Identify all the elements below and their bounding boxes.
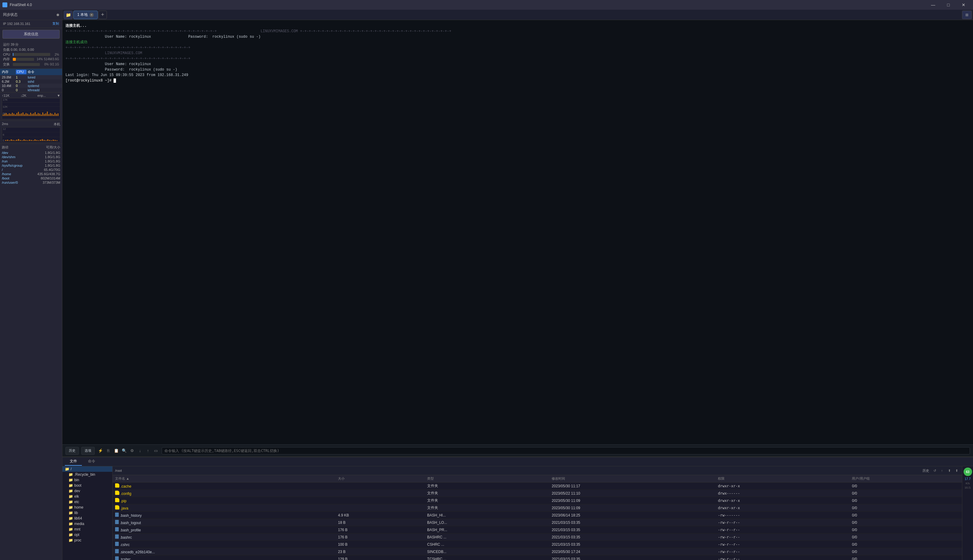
parent-dir-icon[interactable]: ↑ bbox=[939, 468, 945, 473]
col-name[interactable]: 文件名 ▲ bbox=[113, 475, 336, 482]
tree-item-mnt[interactable]: 📁 mnt bbox=[66, 527, 112, 532]
proc-cpu-3: 0 bbox=[16, 88, 27, 92]
svg-rect-21 bbox=[28, 114, 30, 116]
mem-stat-row: 内存 14% 514M/3.6G bbox=[3, 57, 59, 62]
tab-folder-button[interactable]: 📁 bbox=[64, 11, 73, 19]
file-row-cshrc[interactable]: .cshrc 100 B CSHRC ... 2021/03/15 03:35 … bbox=[113, 541, 962, 548]
connection-quality-value: 63 bbox=[966, 470, 970, 473]
tree-item-dev[interactable]: 📁 dev bbox=[66, 488, 112, 494]
history-button[interactable]: 历史 bbox=[65, 447, 79, 455]
net-iface-dropdown[interactable]: ▼ bbox=[57, 94, 60, 97]
col-size[interactable]: 大小 bbox=[336, 475, 425, 482]
cpu-pct: 2% bbox=[52, 53, 59, 56]
proc-header-mem[interactable]: 内存 bbox=[2, 70, 15, 74]
proc-row-1: 6.2M 0.3 sshd bbox=[0, 79, 62, 83]
refresh-icon[interactable]: ↺ bbox=[931, 468, 938, 473]
download-icon[interactable]: ↓ bbox=[137, 447, 144, 454]
svg-rect-28 bbox=[39, 114, 40, 116]
options-button[interactable]: 选项 bbox=[81, 447, 95, 455]
tree-item-elk[interactable]: 📁 elk bbox=[66, 494, 112, 499]
tab-commands[interactable]: 命令 bbox=[83, 457, 100, 466]
file-icon-pip bbox=[115, 498, 119, 502]
file-list-history[interactable]: 历史 bbox=[923, 468, 929, 473]
terminal[interactable]: 连接主机... +-+-+-+-+-+-+-+-+-+-+-+-+-+-+-+-… bbox=[62, 20, 973, 444]
svg-rect-69 bbox=[53, 140, 54, 141]
file-row-bash-logout[interactable]: .bash_logout 18 B BASH_LO... 2021/03/15 … bbox=[113, 519, 962, 526]
tab-local[interactable]: 1 本地 ✕ bbox=[74, 11, 98, 19]
svg-rect-40 bbox=[57, 113, 59, 116]
proc-header-cpu[interactable]: CPU bbox=[16, 70, 27, 74]
app-icon bbox=[2, 2, 7, 7]
file-row-bash-profile[interactable]: .bash_profile 176 B BASH_PR... 2021/03/1… bbox=[113, 526, 962, 533]
network-chart-svg bbox=[2, 98, 60, 119]
settings-icon[interactable]: ⚙ bbox=[129, 447, 135, 454]
folder-icon-proc: 📁 bbox=[69, 538, 73, 542]
tree-item-bin[interactable]: 📁 bin bbox=[66, 477, 112, 483]
proc-mem-0: 29.8M bbox=[2, 75, 15, 79]
titlebar-controls: — □ ✕ bbox=[926, 0, 971, 10]
upload-icon[interactable]: ↑ bbox=[145, 447, 151, 454]
tree-item-lib64[interactable]: 📁 lib64 bbox=[66, 516, 112, 521]
tab-add-button[interactable]: + bbox=[98, 11, 107, 19]
folder-icon-boot: 📁 bbox=[69, 483, 73, 488]
tree-label-root: / bbox=[71, 467, 72, 471]
svg-rect-17 bbox=[23, 113, 23, 116]
close-button[interactable]: ✕ bbox=[956, 0, 971, 10]
file-row-tcshrc[interactable]: .tcshrc 129 B TCSHRC ... 2021/03/15 03:3… bbox=[113, 555, 962, 560]
file-row-pip[interactable]: .pip 文件夹 2023/05/30 11:09 drwxr-xr-x 0/0 bbox=[113, 497, 962, 504]
tree-item-boot[interactable]: 📁 boot bbox=[66, 483, 112, 488]
svg-rect-55 bbox=[27, 140, 28, 141]
folder-icon-lib: 📁 bbox=[69, 511, 73, 515]
tree-item-home[interactable]: 📁 home bbox=[66, 505, 112, 510]
copy-icon[interactable]: ⎘ bbox=[105, 447, 112, 454]
file-row-bash-history[interactable]: .bash_history 4.9 KB BASH_HI... 2023/06/… bbox=[113, 512, 962, 519]
search-icon[interactable]: 🔍 bbox=[121, 447, 127, 454]
svg-rect-10 bbox=[12, 113, 13, 116]
uptime-row: 运行 39 分 bbox=[3, 42, 59, 47]
file-row-cache[interactable]: .cache 文件夹 2023/05/30 11:17 drwxr-xr-x 0… bbox=[113, 482, 962, 490]
file-row-sincedb[interactable]: .sincedb_e26b140e... 23 B SINCEDB... 202… bbox=[113, 548, 962, 555]
grid-view-button[interactable]: ⊞ bbox=[962, 11, 972, 19]
command-input[interactable] bbox=[162, 447, 970, 455]
tree-item-media[interactable]: 📁 media bbox=[66, 521, 112, 527]
tree-item-lib[interactable]: 📁 lib bbox=[66, 510, 112, 516]
file-row-java[interactable]: .java 文件夹 2023/05/30 11:09 drwxr-xr-x 0/… bbox=[113, 504, 962, 512]
terminal-icon[interactable]: ▭ bbox=[152, 447, 159, 454]
tree-item-proc[interactable]: 📁 proc bbox=[66, 537, 112, 543]
col-date[interactable]: 修改时间 bbox=[549, 475, 716, 482]
disk-row-0: /dev 1.8G/1.8G bbox=[2, 150, 60, 155]
proc-header-cmd[interactable]: 命令 bbox=[28, 70, 60, 74]
file-list-toolbar: /root 历史 ↺ ↑ ⬆ ⬆ bbox=[113, 466, 962, 475]
file-row-config[interactable]: .config 文件夹 2023/05/22 11:10 drwx------ … bbox=[113, 490, 962, 497]
col-perm[interactable]: 权限 bbox=[716, 475, 849, 482]
terminal-line-6: +-+-+-+-+-+-+-+-+-+-+-+-+-+-+-+-+-+-+-+-… bbox=[65, 56, 970, 62]
lightning-icon[interactable]: ⚡ bbox=[97, 447, 104, 454]
tab-close-button[interactable]: ✕ bbox=[90, 13, 94, 17]
copy-ip-button[interactable]: 复制 bbox=[52, 21, 59, 26]
minimize-button[interactable]: — bbox=[926, 0, 940, 10]
upload-file-icon[interactable]: ⬆ bbox=[946, 468, 952, 473]
svg-rect-36 bbox=[52, 114, 52, 116]
network-graph: 17K 12K 6K bbox=[2, 98, 60, 119]
tree-item-recycle[interactable]: 📁 .Recycle_bin bbox=[66, 472, 112, 477]
disk-row-1: /dev/shm 1.8G/1.8G bbox=[2, 155, 60, 159]
folder-icon-home: 📁 bbox=[69, 505, 73, 510]
file-icon-bash-history bbox=[115, 513, 119, 517]
speed-value: 17.7 bbox=[965, 477, 971, 481]
tab-files[interactable]: 文件 bbox=[65, 457, 82, 466]
swap-stat-row: 交换 0% 0/2.1G bbox=[3, 62, 59, 67]
svg-rect-39 bbox=[56, 114, 57, 116]
col-owner[interactable]: 用户/用户组 bbox=[849, 475, 962, 482]
tree-item-opt[interactable]: 📁 opt bbox=[66, 532, 112, 537]
sysinfo-button[interactable]: 系统信息 bbox=[2, 30, 60, 38]
paste-icon[interactable]: 📋 bbox=[113, 447, 120, 454]
file-row-bashrc[interactable]: .bashrc 176 B BASHRC ... 2021/03/15 03:3… bbox=[113, 533, 962, 541]
file-icon-bashrc bbox=[115, 535, 119, 539]
tree-item-root[interactable]: 📁 / bbox=[62, 466, 112, 472]
svg-rect-24 bbox=[33, 113, 34, 116]
svg-rect-66 bbox=[47, 139, 48, 141]
new-folder-icon[interactable]: ⬆ bbox=[953, 468, 960, 473]
col-type[interactable]: 类型 bbox=[425, 475, 549, 482]
tree-item-etc[interactable]: 📁 etc bbox=[66, 499, 112, 505]
maximize-button[interactable]: □ bbox=[941, 0, 955, 10]
